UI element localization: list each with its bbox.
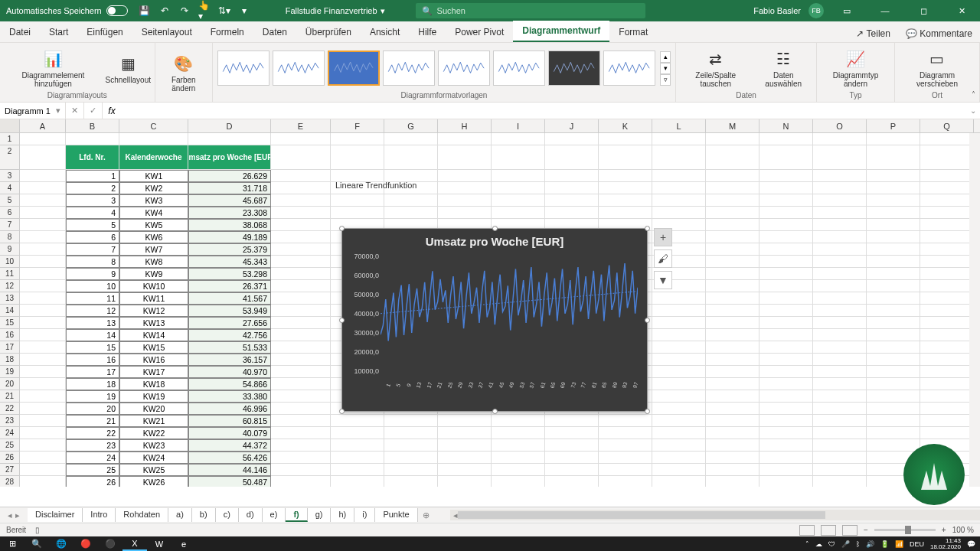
user-avatar[interactable]: FB	[808, 3, 824, 18]
sheet-nav-arrows[interactable]: ◂ ▸	[0, 510, 28, 520]
row-header-27[interactable]: 27	[0, 464, 19, 476]
cell[interactable]	[652, 329, 706, 341]
cell[interactable]	[384, 194, 438, 207]
cell[interactable]: 1	[66, 170, 119, 182]
accept-formula-icon[interactable]: ✓	[84, 103, 103, 119]
cell[interactable]: 26.629	[188, 170, 271, 182]
onedrive-icon[interactable]: ☁	[815, 540, 822, 548]
cell[interactable]	[438, 415, 492, 427]
chart-style-2[interactable]	[273, 51, 325, 86]
cell[interactable]	[438, 207, 492, 219]
cell[interactable]: KW8	[119, 256, 188, 268]
cell[interactable]	[920, 194, 974, 207]
cell[interactable]: KW25	[119, 464, 188, 476]
cell[interactable]	[599, 452, 652, 464]
row-header-26[interactable]: 26	[0, 452, 19, 464]
change-colors-button[interactable]: 🎨Farben ändern	[160, 53, 208, 93]
cell[interactable]: KW26	[119, 476, 188, 487]
cell[interactable]	[867, 219, 920, 231]
cell[interactable]	[867, 256, 920, 268]
sheet-tab-e)[interactable]: e)	[263, 508, 286, 522]
cell[interactable]: 38.068	[188, 219, 271, 231]
cell[interactable]	[271, 317, 331, 329]
col-header-I[interactable]: I	[492, 119, 545, 132]
row-header-19[interactable]: 19	[0, 366, 19, 378]
cell[interactable]	[867, 378, 920, 390]
sheet-tab-g)[interactable]: g)	[308, 508, 332, 522]
col-header-N[interactable]: N	[760, 119, 813, 132]
cell[interactable]	[438, 194, 492, 207]
close-button[interactable]: ✕	[946, 0, 977, 21]
cell[interactable]	[20, 182, 66, 194]
cell[interactable]	[599, 476, 652, 487]
cell[interactable]	[271, 464, 331, 476]
cell[interactable]	[20, 256, 66, 268]
cell[interactable]	[599, 133, 652, 145]
cell[interactable]: 15	[66, 341, 119, 354]
cell[interactable]	[271, 427, 331, 439]
cell[interactable]	[813, 415, 867, 427]
cell[interactable]	[813, 317, 867, 329]
cell[interactable]	[271, 170, 331, 182]
excel-icon[interactable]: X	[122, 536, 147, 551]
cell[interactable]	[20, 170, 66, 182]
col-header-C[interactable]: C	[119, 119, 188, 132]
row-header-25[interactable]: 25	[0, 439, 19, 452]
cell[interactable]	[20, 194, 66, 207]
cell[interactable]	[706, 256, 760, 268]
cell[interactable]	[706, 243, 760, 256]
cell[interactable]	[706, 292, 760, 305]
normal-view-button[interactable]	[799, 525, 815, 536]
cell[interactable]	[760, 256, 813, 268]
cell[interactable]	[492, 464, 545, 476]
cell[interactable]	[271, 305, 331, 317]
cell[interactable]	[384, 415, 438, 427]
col-header-P[interactable]: P	[867, 119, 920, 132]
cell[interactable]	[20, 329, 66, 341]
cell[interactable]	[599, 194, 652, 207]
select-all-corner[interactable]	[0, 119, 20, 132]
row-header-13[interactable]: 13	[0, 292, 19, 305]
cell[interactable]: 54.866	[188, 378, 271, 390]
cell[interactable]	[438, 476, 492, 487]
cell[interactable]	[384, 145, 438, 170]
cell[interactable]	[760, 243, 813, 256]
cell[interactable]: 40.970	[188, 366, 271, 378]
cell[interactable]	[331, 439, 384, 452]
cell[interactable]	[867, 305, 920, 317]
cell[interactable]	[867, 170, 920, 182]
cell[interactable]	[271, 207, 331, 219]
cell[interactable]: 44.372	[188, 439, 271, 452]
cell[interactable]: KW20	[119, 403, 188, 415]
horizontal-scrollbar[interactable]: ◂	[450, 510, 980, 520]
cell[interactable]	[867, 427, 920, 439]
trend-label-cell[interactable]: Lineare Trendfunktion	[335, 181, 416, 190]
cell[interactable]	[706, 182, 760, 194]
cell[interactable]	[492, 182, 545, 194]
cell[interactable]: 4	[66, 207, 119, 219]
row-header-6[interactable]: 6	[0, 207, 19, 219]
cell[interactable]	[760, 439, 813, 452]
cell[interactable]	[920, 133, 974, 145]
cell[interactable]	[438, 464, 492, 476]
ribbon-tab-diagrammentwurf[interactable]: Diagrammentwurf	[513, 21, 609, 42]
cell[interactable]	[20, 341, 66, 354]
cell[interactable]	[760, 145, 813, 170]
cell[interactable]	[271, 292, 331, 305]
cell[interactable]	[760, 219, 813, 231]
cell[interactable]	[652, 403, 706, 415]
gallery-up-icon[interactable]: ▴	[660, 51, 671, 63]
cell[interactable]: KW21	[119, 415, 188, 427]
cell[interactable]	[920, 280, 974, 292]
cell[interactable]	[652, 427, 706, 439]
cell[interactable]	[545, 464, 599, 476]
cell[interactable]	[813, 207, 867, 219]
cell[interactable]: KW2	[119, 182, 188, 194]
cell[interactable]	[706, 170, 760, 182]
cell[interactable]	[920, 317, 974, 329]
cell[interactable]	[867, 329, 920, 341]
cell[interactable]	[652, 390, 706, 403]
cell[interactable]: 22	[66, 427, 119, 439]
cell[interactable]	[867, 145, 920, 170]
cell[interactable]	[760, 133, 813, 145]
